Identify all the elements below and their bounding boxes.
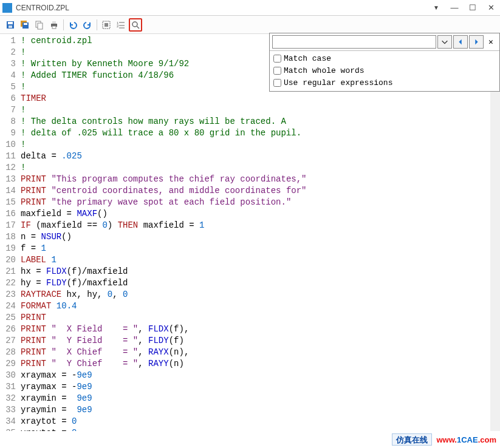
whole-words-option[interactable]: Match whole words [273,64,496,76]
svg-rect-7 [38,23,43,29]
arrow-right-icon [472,38,481,46]
line-number: 11 [0,151,16,162]
code-line[interactable]: FORMAT 10.4 [21,300,490,312]
code-line[interactable]: n = NSUR() [21,231,490,243]
select-all-button[interactable] [100,18,113,32]
line-number: 1 [0,35,16,47]
svg-line-19 [137,26,139,29]
code-line[interactable]: ! [21,162,490,174]
line-number: 27 [0,335,16,347]
code-line[interactable]: f = 1 [21,243,490,254]
code-line[interactable]: yraytot = 0 [21,427,490,431]
window-menu-button[interactable]: ▼ [427,0,445,16]
svg-rect-9 [52,21,56,24]
code-line[interactable]: hx = FLDX(f)/maxfield [21,266,490,277]
toolbar-separator [63,19,64,30]
match-case-option[interactable]: Match case [273,52,496,64]
regex-label: Use regular expressions [284,78,392,87]
code-line[interactable]: TIMER [21,93,490,104]
line-number: 19 [0,243,16,254]
editor-area[interactable]: 1234567891011121314151617181920212223242… [0,34,490,431]
search-input[interactable] [272,35,436,49]
code-line[interactable]: PRINT [21,312,490,324]
line-number: 30 [0,370,16,381]
line-numbers-button[interactable]: 12 [114,18,128,32]
saveall-button[interactable] [18,18,32,32]
code-line[interactable]: xraymin = 9e9 [21,393,490,404]
print-icon [49,20,59,30]
select-all-icon [101,20,111,30]
code-line[interactable]: PRINT "centroid coordinates, and middle … [21,185,490,197]
window-controls: ▼ — ☐ ✕ [427,0,500,16]
code-line[interactable]: ! delta of .025 will trace a 80 x 80 gri… [21,127,490,139]
minimize-button[interactable]: — [445,0,464,16]
line-number: 6 [0,93,16,104]
footer-watermark: 仿真在线 www.1CAE.com [392,433,497,446]
line-number: 17 [0,220,16,231]
line-number: 21 [0,266,16,277]
code-line[interactable]: xraymax = -9e9 [21,370,490,381]
svg-rect-10 [52,26,56,29]
code-view[interactable]: ! centroid.zpl!! Written by Kenneth Moor… [21,34,490,431]
whole-words-label: Match whole words [284,66,365,75]
line-number: 9 [0,127,16,139]
save-button[interactable] [4,18,17,32]
code-line[interactable]: PRINT "the primary wave spot at each fie… [21,197,490,208]
code-line[interactable]: ! The delta controls how many rays will … [21,116,490,127]
redo-icon [83,20,92,30]
match-case-label: Match case [284,54,331,63]
code-line[interactable]: yraymax = -9e9 [21,381,490,393]
code-line[interactable]: PRINT " X Field = ", FLDX(f), [21,324,490,335]
code-line[interactable]: yraymin = 9e9 [21,404,490,416]
find-close-button[interactable]: ✕ [485,36,497,48]
code-line[interactable]: xraytot = 0 [21,416,490,427]
copy-icon [35,20,44,30]
find-prev-button[interactable] [453,35,468,49]
line-number: 13 [0,174,16,185]
app-icon [2,3,12,13]
line-numbers-icon: 12 [116,20,126,30]
arrow-left-icon [456,38,465,46]
code-line[interactable]: PRINT " Y Field = ", FLDY(f) [21,335,490,347]
line-number: 10 [0,139,16,151]
titlebar: CENTROID.ZPL ▼ — ☐ ✕ [0,0,500,16]
code-line[interactable]: ! [21,139,490,151]
regex-checkbox[interactable] [273,79,281,87]
code-line[interactable]: IF (maxfield == 0) THEN maxfield = 1 [21,220,490,231]
code-line[interactable]: delta = .025 [21,151,490,162]
line-number: 7 [0,104,16,116]
code-line[interactable]: PRINT "This program computes the chief r… [21,174,490,185]
close-button[interactable]: ✕ [482,0,500,16]
code-line[interactable]: hy = FLDY(f)/maxfield [21,277,490,289]
search-icon [131,20,140,30]
find-button[interactable] [129,18,142,32]
code-line[interactable]: PRINT " Y Chief = ", RAYY(n) [21,358,490,370]
print-button[interactable] [47,18,61,32]
code-line[interactable]: maxfield = MAXF() [21,208,490,220]
redo-button[interactable] [81,18,94,32]
line-number: 24 [0,300,16,312]
code-line[interactable]: PRINT " X Chief = ", RAYX(n), [21,347,490,358]
undo-button[interactable] [66,18,80,32]
vertical-scrollbar[interactable] [490,34,500,431]
match-case-checkbox[interactable] [273,55,281,63]
search-dropdown-button[interactable] [437,35,452,49]
maximize-button[interactable]: ☐ [464,0,482,16]
line-number: 33 [0,404,16,416]
code-line[interactable]: LABEL 1 [21,254,490,266]
find-next-button[interactable] [469,35,484,49]
line-number: 34 [0,416,16,427]
find-panel: ✕ Match case Match whole words Use regul… [269,33,500,92]
whole-words-checkbox[interactable] [273,67,281,75]
copy-button[interactable] [33,18,46,32]
regex-option[interactable]: Use regular expressions [273,76,496,89]
line-number: 18 [0,231,16,243]
line-number: 31 [0,381,16,393]
code-line[interactable]: RAYTRACE hx, hy, 0, 0 [21,289,490,300]
saveall-icon [20,20,30,30]
line-number: 29 [0,358,16,370]
line-number: 25 [0,312,16,324]
toolbar-separator [97,19,97,30]
code-line[interactable]: ! [21,104,490,116]
line-number: 2 [0,47,16,58]
